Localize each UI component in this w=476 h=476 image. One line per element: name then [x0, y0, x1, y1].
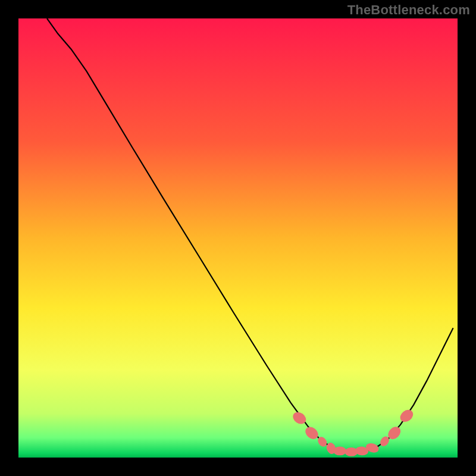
attribution-text: TheBottleneck.com — [347, 2, 470, 18]
bottleneck-chart — [0, 0, 476, 476]
marker-dot — [333, 447, 346, 456]
chart-frame: TheBottleneck.com — [0, 0, 476, 476]
plot-background-gradient — [18, 18, 458, 458]
